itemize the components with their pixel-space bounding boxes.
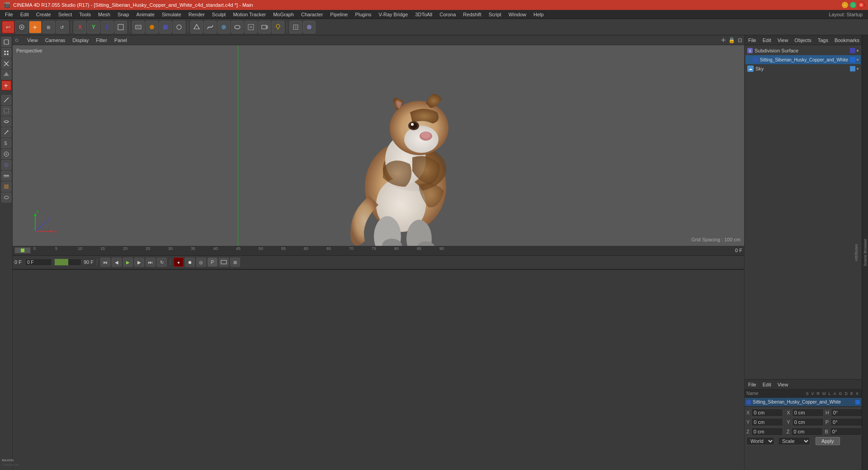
timeline-key-point[interactable]: P: [208, 258, 217, 267]
timeline-frame-input[interactable]: 0 F: [25, 258, 52, 266]
sidebar-points-mode[interactable]: [1, 48, 11, 58]
timeline-auto-key[interactable]: ⏺: [185, 258, 195, 267]
menu-script[interactable]: Script: [486, 11, 505, 18]
menu-help[interactable]: Help: [530, 11, 547, 18]
vp-icon-crosshair[interactable]: ✛: [721, 37, 726, 43]
timeline-motion-clip[interactable]: [219, 258, 229, 267]
sidebar-brush[interactable]: [1, 149, 11, 159]
toolbar-render-all[interactable]: [159, 21, 172, 33]
coord-mode-dropdown[interactable]: Scale Position Rotation: [778, 437, 810, 445]
toolbar-render-region[interactable]: [132, 21, 145, 33]
toolbar-xform-z[interactable]: Z: [101, 21, 113, 33]
menu-corona[interactable]: Corona: [436, 11, 459, 18]
menu-tools[interactable]: Tools: [76, 11, 94, 18]
toolbar-scale[interactable]: ⊞: [42, 21, 55, 33]
maximize-button[interactable]: □: [850, 2, 856, 8]
coord-input-b[interactable]: [830, 428, 862, 436]
sidebar-loop[interactable]: [1, 117, 11, 127]
menu-create[interactable]: Create: [33, 11, 54, 18]
timeline-ruler[interactable]: 0 5 10 15 20 25 30 35 40 45 50 55 60 65 …: [13, 246, 744, 256]
sidebar-edges-mode[interactable]: [1, 59, 11, 69]
toolbar-undo[interactable]: ↩: [2, 21, 14, 33]
sidebar-magnet[interactable]: S: [1, 138, 11, 148]
vp-menu-filter[interactable]: Filter: [94, 37, 108, 44]
menu-sculpt[interactable]: Sculpt: [209, 11, 229, 18]
om-menu-bookmarks[interactable]: Bookmarks: [833, 37, 861, 43]
timeline-range[interactable]: [54, 258, 81, 266]
menu-character[interactable]: Character: [298, 11, 326, 18]
toolbar-spline[interactable]: [204, 21, 217, 33]
vp-menu-view[interactable]: View: [25, 37, 40, 44]
timeline-tracks[interactable]: [13, 269, 744, 470]
menu-pipeline[interactable]: Pipeline: [327, 11, 351, 18]
menu-file[interactable]: File: [2, 11, 16, 18]
sidebar-texture[interactable]: [1, 182, 11, 192]
timeline-play[interactable]: ▶: [123, 258, 133, 267]
attr-menu-view[interactable]: View: [776, 381, 790, 388]
timeline-play-forward[interactable]: ▶: [134, 258, 144, 267]
tab-attributes[interactable]: Attributes: [854, 244, 859, 261]
menu-motion-tracker[interactable]: Motion Tracker: [230, 11, 269, 18]
menu-3dtoall[interactable]: 3DToAll: [412, 11, 435, 18]
om-menu-objects[interactable]: Objects: [793, 37, 813, 43]
close-button[interactable]: ×: [858, 2, 864, 8]
coord-input-y-pos[interactable]: [751, 418, 783, 426]
om-menu-edit[interactable]: Edit: [761, 37, 773, 43]
timeline-play-reverse[interactable]: ◀: [112, 258, 122, 267]
timeline-record[interactable]: ●: [174, 258, 184, 267]
menu-select[interactable]: Select: [55, 11, 75, 18]
menu-redshift[interactable]: Redshift: [460, 11, 484, 18]
attr-menu-file[interactable]: File: [746, 381, 758, 388]
toolbar-select-model[interactable]: [15, 21, 28, 33]
obj-husky[interactable]: Sitting_Siberian_Husky_Copper_and_White …: [745, 55, 861, 64]
om-menu-tags[interactable]: Tags: [816, 37, 830, 43]
timeline-loop[interactable]: ↻: [157, 258, 167, 267]
toolbar-render-settings[interactable]: [173, 21, 185, 33]
vp-menu-display[interactable]: Display: [71, 37, 90, 44]
menu-vray[interactable]: V-Ray Bridge: [376, 11, 411, 18]
obj-toggle-husky[interactable]: ●: [856, 57, 859, 62]
obj-sky[interactable]: ☁ Sky ●: [745, 64, 861, 73]
coord-input-z-pos[interactable]: [751, 428, 783, 436]
vp-menu-cameras[interactable]: Cameras: [43, 37, 67, 44]
menu-render[interactable]: Render: [185, 11, 208, 18]
menu-plugins[interactable]: Plugins: [352, 11, 374, 18]
sidebar-layer[interactable]: [1, 171, 11, 181]
menu-mograph[interactable]: MoGraph: [270, 11, 297, 18]
sidebar-morph[interactable]: [1, 193, 11, 202]
timeline-expand[interactable]: ⊞: [230, 258, 240, 267]
sidebar-selection[interactable]: [1, 106, 11, 116]
coord-input-h[interactable]: [831, 409, 863, 417]
vp-icon-maximize[interactable]: ⊡: [738, 37, 742, 43]
vp-menu-panel[interactable]: Panel: [113, 37, 129, 44]
timeline-key-all[interactable]: ◎: [196, 258, 206, 267]
sidebar-knife[interactable]: [1, 127, 11, 137]
minimize-button[interactable]: −: [842, 2, 848, 8]
attr-selected-row[interactable]: Sitting_Siberian_Husky_Copper_and_White: [745, 398, 862, 407]
coord-input-x-size[interactable]: [792, 409, 824, 417]
attr-menu-edit[interactable]: Edit: [761, 381, 773, 388]
menu-edit[interactable]: Edit: [17, 11, 32, 18]
toolbar-render-active[interactable]: [146, 21, 158, 33]
toolbar-effector[interactable]: [245, 21, 257, 33]
coord-input-y-size[interactable]: [792, 418, 824, 426]
sidebar-active-tool[interactable]: ✛: [1, 80, 11, 90]
toolbar-light[interactable]: [272, 21, 284, 33]
sidebar-paint[interactable]: [1, 160, 11, 170]
toolbar-wireframe[interactable]: [289, 21, 302, 33]
menu-snap[interactable]: Snap: [114, 11, 132, 18]
toolbar-xform-all[interactable]: [114, 21, 127, 33]
sidebar-pen[interactable]: [1, 95, 11, 105]
obj-toggle-sky[interactable]: ●: [856, 66, 859, 71]
obj-toggle-subdiv[interactable]: ●: [856, 48, 859, 53]
coord-input-x-pos[interactable]: [751, 409, 783, 417]
vp-icon-lock[interactable]: 🔒: [728, 37, 735, 43]
toolbar-xform-y[interactable]: Y: [87, 21, 100, 33]
toolbar-nurbs[interactable]: [217, 21, 230, 33]
sidebar-object-mode[interactable]: [1, 37, 11, 47]
tab-scene-browser[interactable]: Scene Browser: [863, 239, 868, 266]
coord-input-p[interactable]: [830, 418, 862, 426]
toolbar-move[interactable]: ✛: [29, 21, 42, 33]
toolbar-polygon[interactable]: [190, 21, 203, 33]
om-menu-view[interactable]: View: [776, 37, 790, 43]
